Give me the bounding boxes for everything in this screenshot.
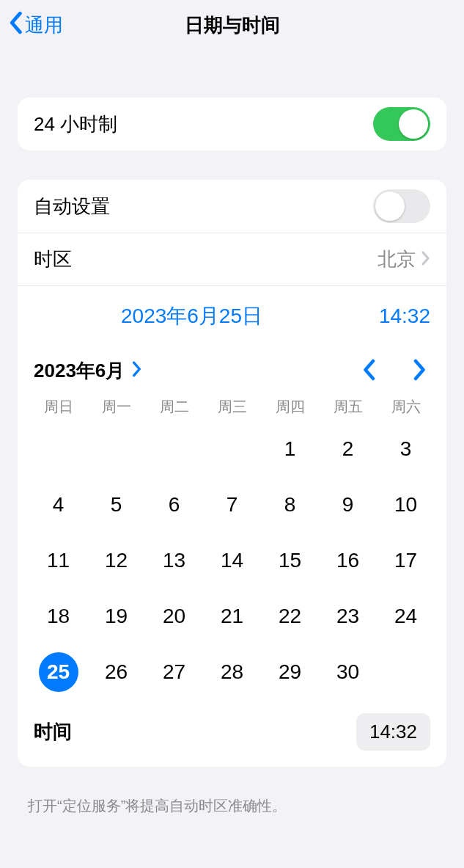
chevron-right-icon xyxy=(421,248,430,271)
group-datetime: 自动设置 时区 北京 2023年6月25日 14:32 2023年6月 xyxy=(18,180,446,767)
calendar-day[interactable]: 4 xyxy=(29,480,87,530)
label-timezone: 时区 xyxy=(34,247,72,272)
calendar-day[interactable]: 27 xyxy=(145,647,203,697)
calendar-weekday: 周五 xyxy=(319,397,377,417)
page-title: 日期与时间 xyxy=(185,12,280,38)
calendar-cell-empty xyxy=(203,424,261,474)
calendar-day[interactable]: 26 xyxy=(87,647,145,697)
calendar-nav xyxy=(361,359,427,384)
calendar-weekday: 周二 xyxy=(145,397,203,417)
calendar-weekday: 周三 xyxy=(203,397,261,417)
calendar-cell-empty xyxy=(87,424,145,474)
calendar-cell-empty xyxy=(29,424,87,474)
calendar-day[interactable]: 9 xyxy=(319,480,377,530)
calendar-prev-month[interactable] xyxy=(361,359,376,384)
calendar-weekday: 周四 xyxy=(261,397,319,417)
summary-time[interactable]: 14:32 xyxy=(350,304,430,328)
calendar-day[interactable]: 20 xyxy=(145,591,203,641)
calendar-month-picker[interactable]: 2023年6月 xyxy=(34,358,142,384)
row-time: 时间 14:32 xyxy=(18,707,446,767)
label-auto-set: 自动设置 xyxy=(34,194,110,219)
calendar-day[interactable]: 5 xyxy=(87,480,145,530)
row-timezone[interactable]: 时区 北京 xyxy=(18,233,446,285)
label-24hour: 24 小时制 xyxy=(34,112,117,137)
calendar-grid: 1234567891011121314151617181920212223242… xyxy=(18,421,446,707)
calendar-day[interactable]: 2 xyxy=(319,424,377,474)
calendar-day[interactable]: 3 xyxy=(377,424,435,474)
footer-note: 打开“定位服务”将提高自动时区准确性。 xyxy=(28,796,436,816)
calendar-header: 2023年6月 xyxy=(18,352,446,397)
calendar-day[interactable]: 10 xyxy=(377,480,435,530)
calendar-day[interactable]: 13 xyxy=(145,536,203,586)
calendar-weekday: 周日 xyxy=(29,397,87,417)
calendar-weekdays: 周日周一周二周三周四周五周六 xyxy=(18,397,446,421)
row-summary: 2023年6月25日 14:32 xyxy=(18,285,446,352)
calendar-day[interactable]: 18 xyxy=(29,591,87,641)
toggle-24hour[interactable] xyxy=(373,107,430,141)
row-auto-set: 自动设置 xyxy=(18,180,446,233)
back-button[interactable]: 通用 xyxy=(7,0,63,50)
summary-date[interactable]: 2023年6月25日 xyxy=(34,302,350,330)
row-24hour: 24 小时制 xyxy=(18,98,446,150)
chevron-left-icon xyxy=(7,11,23,40)
calendar-day[interactable]: 8 xyxy=(261,480,319,530)
value-timezone: 北京 xyxy=(378,247,430,272)
calendar-month-title: 2023年6月 xyxy=(34,358,125,384)
calendar-day[interactable]: 28 xyxy=(203,647,261,697)
calendar-day[interactable]: 6 xyxy=(145,480,203,530)
calendar-day[interactable]: 16 xyxy=(319,536,377,586)
calendar-day[interactable]: 15 xyxy=(261,536,319,586)
calendar-day[interactable]: 1 xyxy=(261,424,319,474)
calendar-day[interactable]: 7 xyxy=(203,480,261,530)
back-label: 通用 xyxy=(25,12,63,38)
calendar-day[interactable]: 23 xyxy=(319,591,377,641)
calendar-day[interactable]: 25 xyxy=(29,647,87,697)
header: 通用 日期与时间 xyxy=(0,0,464,50)
group-24hour: 24 小时制 xyxy=(18,98,446,150)
calendar-day[interactable]: 12 xyxy=(87,536,145,586)
calendar-next-month[interactable] xyxy=(413,359,427,384)
calendar-day[interactable]: 21 xyxy=(203,591,261,641)
time-picker[interactable]: 14:32 xyxy=(356,713,430,751)
calendar-day[interactable]: 11 xyxy=(29,536,87,586)
chevron-right-icon xyxy=(132,360,142,382)
calendar-day[interactable]: 24 xyxy=(377,591,435,641)
calendar-cell-empty xyxy=(145,424,203,474)
calendar-weekday: 周一 xyxy=(87,397,145,417)
calendar-day[interactable]: 17 xyxy=(377,536,435,586)
calendar-day[interactable]: 29 xyxy=(261,647,319,697)
calendar-day[interactable]: 19 xyxy=(87,591,145,641)
calendar-day[interactable]: 30 xyxy=(319,647,377,697)
toggle-auto-set[interactable] xyxy=(373,189,430,223)
calendar-weekday: 周六 xyxy=(377,397,435,417)
timezone-text: 北京 xyxy=(378,247,416,272)
calendar-day[interactable]: 14 xyxy=(203,536,261,586)
label-time: 时间 xyxy=(34,719,72,745)
calendar-day[interactable]: 22 xyxy=(261,591,319,641)
